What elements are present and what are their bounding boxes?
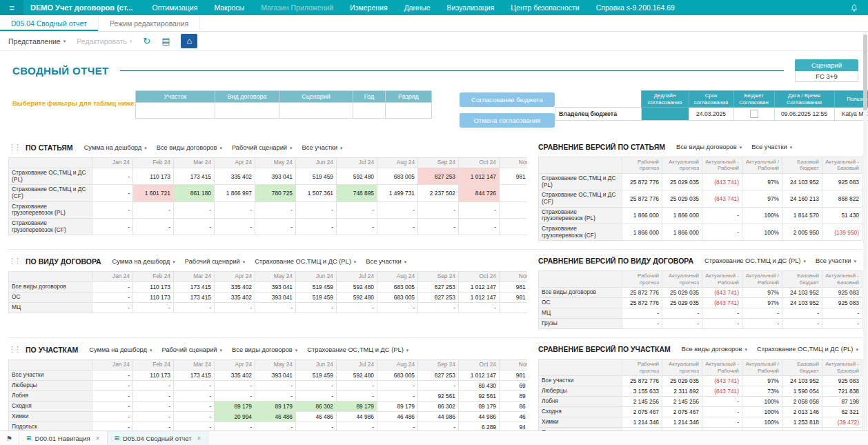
cell[interactable]: 925 083: [822, 298, 862, 308]
filter-dropdown[interactable]: Все участки▾: [751, 144, 792, 150]
filter-dropdown[interactable]: Страхование ОС,ТМЦ и ДС (PL)▾: [757, 346, 858, 353]
hamburger-menu-icon[interactable]: ≡: [0, 0, 23, 15]
cell[interactable]: 46 486: [377, 412, 418, 422]
cell[interactable]: (843 741): [702, 298, 742, 308]
cell[interactable]: 100%: [742, 407, 782, 417]
cell[interactable]: 89 179: [377, 402, 418, 412]
cell[interactable]: 592 480: [337, 370, 377, 381]
cell[interactable]: (39 472): [822, 417, 862, 428]
cell[interactable]: -: [92, 168, 133, 184]
cell[interactable]: 1 253 818: [782, 417, 822, 428]
cell[interactable]: 2 145 256: [662, 397, 702, 407]
menu-item-dimensions[interactable]: Измерения: [350, 3, 387, 12]
cell[interactable]: -: [337, 303, 377, 313]
cell[interactable]: 2 058 058: [782, 397, 822, 407]
cell[interactable]: 1 866 000: [622, 207, 662, 224]
cell[interactable]: 592 480: [337, 293, 377, 303]
cell[interactable]: 104%: [862, 173, 863, 190]
cell[interactable]: -: [215, 201, 255, 218]
cell[interactable]: 592 480: [337, 168, 377, 184]
cell[interactable]: 89 576: [500, 391, 528, 402]
cell[interactable]: 827 253: [418, 168, 459, 184]
cell[interactable]: 981 737: [500, 282, 528, 293]
sheet-tab-summary-report[interactable]: ⊞ D05.04 Сводный отчет ×: [108, 431, 209, 445]
cell[interactable]: 62 321: [822, 407, 862, 417]
cell[interactable]: 24 103 952: [782, 288, 822, 298]
filter-cell[interactable]: [386, 103, 432, 119]
cell[interactable]: 1 814 570: [782, 207, 822, 224]
cell[interactable]: 103%: [862, 207, 863, 224]
cell[interactable]: 51 430: [822, 207, 862, 224]
cell[interactable]: -: [174, 412, 215, 422]
cell[interactable]: -: [662, 319, 702, 329]
cell[interactable]: 86 302: [418, 402, 459, 412]
cell[interactable]: 335 402: [215, 293, 255, 303]
cell[interactable]: -: [500, 201, 528, 218]
cell[interactable]: -: [377, 303, 418, 313]
cell[interactable]: 868 822: [822, 190, 862, 207]
refresh-icon[interactable]: ↻: [143, 37, 150, 46]
cell[interactable]: -: [255, 201, 296, 218]
cell[interactable]: 1 601 721: [133, 185, 174, 201]
cell[interactable]: 925 083: [822, 288, 862, 298]
scrollbar-thumb[interactable]: [863, 34, 867, 110]
cell[interactable]: 393 041: [255, 370, 296, 381]
menu-item-visualization[interactable]: Визуализация: [447, 3, 495, 12]
cell[interactable]: 24 103 952: [782, 376, 822, 386]
cell[interactable]: 2 145 256: [622, 397, 662, 407]
cell[interactable]: 46 486: [255, 412, 296, 422]
cell[interactable]: -: [215, 381, 255, 391]
cell[interactable]: -: [296, 303, 337, 313]
filter-dropdown[interactable]: Рабочий сценарий▾: [232, 144, 293, 151]
cell[interactable]: 592 480: [337, 282, 377, 293]
drag-handle-icon[interactable]: ⋮⋮: [8, 257, 19, 266]
cell[interactable]: -: [782, 308, 822, 319]
cell[interactable]: 1 499 731: [377, 185, 418, 201]
cell[interactable]: -: [702, 319, 742, 329]
filter-dropdown[interactable]: Страхование ОС,ТМЦ и ДС (PL)▾: [255, 258, 356, 265]
cell[interactable]: 173 415: [174, 370, 215, 381]
cell[interactable]: -: [133, 218, 174, 235]
cell[interactable]: 173 415: [174, 168, 215, 184]
budget-approved-checkbox[interactable]: [750, 110, 758, 118]
cell[interactable]: -: [337, 391, 377, 402]
cell[interactable]: -: [702, 407, 742, 417]
cell[interactable]: -: [418, 201, 459, 218]
cell[interactable]: (843 741): [702, 386, 742, 397]
cell[interactable]: 2 311 892: [662, 386, 702, 397]
cell[interactable]: 2 005 950: [782, 224, 822, 240]
cell[interactable]: -: [459, 218, 500, 235]
cell[interactable]: 104%: [862, 298, 863, 308]
cell[interactable]: 683 005: [377, 293, 418, 303]
cell[interactable]: 89 179: [255, 402, 296, 412]
cell[interactable]: -: [377, 201, 418, 218]
cell[interactable]: 86 302: [296, 402, 337, 412]
cell[interactable]: 25 029 035: [662, 190, 702, 207]
cell[interactable]: -: [92, 218, 133, 235]
cell[interactable]: 780 725: [255, 185, 296, 201]
cell[interactable]: 86 302: [500, 402, 528, 412]
tab-summary-report[interactable]: D05.04 Сводный отчет: [0, 15, 99, 31]
cell[interactable]: -: [822, 308, 862, 319]
cell[interactable]: 97%: [862, 417, 863, 428]
cell[interactable]: 69 430: [459, 381, 500, 391]
cell[interactable]: 20 994: [215, 412, 255, 422]
filter-cell[interactable]: [136, 103, 215, 119]
cell[interactable]: 110 173: [133, 282, 174, 293]
cell[interactable]: (139 950): [822, 224, 862, 240]
cell[interactable]: 25 872 776: [622, 376, 662, 386]
cell[interactable]: -: [459, 303, 500, 313]
cell[interactable]: -: [92, 303, 133, 313]
cell[interactable]: -: [702, 417, 742, 428]
cell[interactable]: 1 214 346: [622, 417, 662, 428]
cell[interactable]: 110 173: [133, 168, 174, 184]
cell[interactable]: 97%: [742, 173, 782, 190]
cell[interactable]: 104%: [862, 190, 863, 207]
cell[interactable]: -: [742, 319, 782, 329]
close-icon[interactable]: ×: [197, 435, 201, 442]
filter-dropdown[interactable]: Все виды договоров▾: [682, 346, 747, 353]
cell[interactable]: -: [255, 303, 296, 313]
filter-cell[interactable]: [353, 103, 386, 119]
cell[interactable]: -: [702, 308, 742, 319]
cell[interactable]: 46 486: [500, 412, 528, 422]
